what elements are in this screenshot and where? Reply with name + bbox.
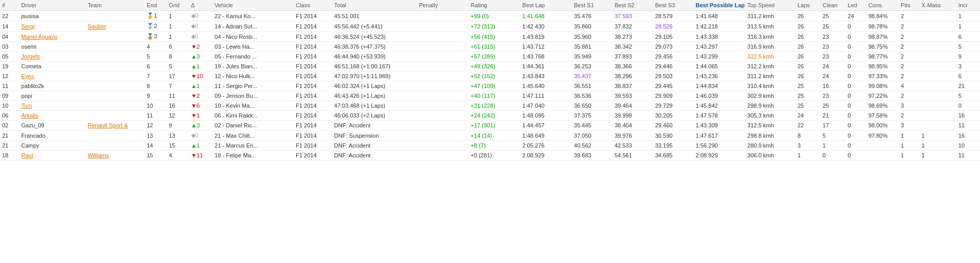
cell-pits: 1 xyxy=(899,151,919,160)
header-num: # xyxy=(0,0,19,11)
cell-num: 10 xyxy=(0,101,19,111)
cell-driver: Arkalis xyxy=(19,111,85,121)
cell-s1: 35.960 xyxy=(572,32,612,42)
cell-team xyxy=(85,130,145,141)
cell-xmass xyxy=(919,91,956,101)
cell-s2: 39.464 xyxy=(612,101,653,111)
cell-cons: 97.22% xyxy=(866,91,899,101)
driver-link[interactable]: Tom xyxy=(21,103,32,109)
cell-laps: 8 xyxy=(796,130,820,141)
cell-vehicle: 21 - Marcus Eri... xyxy=(212,141,294,151)
cell-xmass xyxy=(919,62,956,71)
cell-laps: 25 xyxy=(796,101,820,111)
table-row: 12 Eyes 7 17 ▼10 12 - Nico Hulk... F1 20… xyxy=(0,71,980,81)
cell-driver: Sergi xyxy=(19,21,85,32)
delta-down-icon: ▼6 xyxy=(191,103,200,109)
cell-rating: +72 (312) xyxy=(469,21,521,32)
cell-bestlap: 1:43.843 xyxy=(520,71,572,81)
cell-class: F1 2014 xyxy=(294,71,332,81)
cell-clean: 24 xyxy=(820,71,845,81)
cell-driver: Cometa xyxy=(19,62,85,71)
driver-link[interactable]: Raul xyxy=(21,152,33,158)
driver-link[interactable]: Arkalis xyxy=(21,112,38,119)
cell-cons: 99.08% xyxy=(866,81,899,91)
cell-led: 0 xyxy=(846,141,867,151)
cell-laps: 24 xyxy=(796,111,820,121)
cell-team xyxy=(85,141,145,151)
cell-team xyxy=(85,101,145,111)
delta-down-icon: ▼2 xyxy=(191,93,200,99)
cell-class: F1 2014 xyxy=(294,32,332,42)
cell-num: 21 xyxy=(0,130,19,141)
cell-rating: +17 (301) xyxy=(469,121,521,130)
cell-penalty xyxy=(417,101,469,111)
table-row: 03 osemi 4 6 ▼2 03 - Lewis Ha... F1 2014… xyxy=(0,42,980,52)
cell-xmass xyxy=(919,121,956,130)
cell-pits: 2 xyxy=(899,52,919,62)
team-link[interactable]: Williams xyxy=(88,152,109,158)
cell-num: 04 xyxy=(0,32,19,42)
delta-neutral-icon: ◆0 xyxy=(191,23,198,29)
driver-link[interactable]: Manel Aguayo xyxy=(21,34,57,40)
medal-icon: 🥈 xyxy=(147,23,154,29)
driver-link[interactable]: Eyes xyxy=(21,73,34,79)
cell-bpl: 1:41.648 xyxy=(694,11,745,21)
header-tspeed: Top Speed xyxy=(745,0,796,11)
cell-driver: jsusisa xyxy=(19,11,85,21)
delta-down-icon: ▼11 xyxy=(191,152,203,158)
cell-team xyxy=(85,32,145,42)
team-link[interactable]: Renault Sport & xyxy=(88,122,128,128)
driver-name: popi xyxy=(21,93,32,99)
cell-penalty xyxy=(417,42,469,52)
header-s2: Best S2 xyxy=(612,0,653,11)
cell-led: 0 xyxy=(846,21,867,32)
cell-bpl: 1:47.578 xyxy=(694,111,745,121)
cell-penalty xyxy=(417,11,469,21)
cell-tspeed: 313.5 kmh xyxy=(745,21,796,32)
cell-cons: 98.84% xyxy=(866,11,899,21)
cell-s2: 39.998 xyxy=(612,111,653,121)
cell-s1: 37.375 xyxy=(572,111,612,121)
cell-delta: ▲3 xyxy=(189,121,213,130)
driver-link[interactable]: Jorgefs xyxy=(21,53,40,60)
cell-tspeed: 311.2 kmh xyxy=(745,71,796,81)
cell-cons: 97.80% xyxy=(866,130,899,141)
cell-delta: ▲1 xyxy=(189,62,213,71)
cell-penalty xyxy=(417,52,469,62)
cell-inci: 6 xyxy=(956,71,980,81)
cell-cons: 98.95% xyxy=(866,62,899,71)
cell-total: 46:06.033 (+2 Laps) xyxy=(332,111,417,121)
cell-rating: +61 (315) xyxy=(469,42,521,52)
driver-name: Cometa xyxy=(21,63,41,69)
cell-end: 4 xyxy=(145,42,167,52)
cell-penalty xyxy=(417,111,469,121)
cell-end: 11 xyxy=(145,111,167,121)
cell-num: 06 xyxy=(0,111,19,121)
driver-name: Campy xyxy=(21,142,39,149)
cell-clean: 23 xyxy=(820,32,845,42)
cell-cons: 98.69% xyxy=(866,101,899,111)
cell-s3: 33.195 xyxy=(653,141,694,151)
driver-link[interactable]: Sergi xyxy=(21,23,35,30)
cell-class: F1 2014 xyxy=(294,42,332,52)
cell-laps: 26 xyxy=(796,11,820,21)
cell-delta: ◆0 xyxy=(189,130,213,141)
cell-end: 🥈2 xyxy=(145,21,167,32)
cell-driver: Campy xyxy=(19,141,85,151)
cell-team xyxy=(85,111,145,121)
team-link[interactable]: Sauber xyxy=(88,23,106,30)
cell-vehicle: 22 - Kamui Ko... xyxy=(212,11,294,21)
table-row: 21 Campy 14 15 ▲1 21 - Marcus Eri... F1 … xyxy=(0,141,980,151)
cell-s1: 39.683 xyxy=(572,151,612,160)
cell-s1: 36.536 xyxy=(572,91,612,101)
table-row: 06 Arkalis 11 12 ▼1 06 - Kimi Raikk... F… xyxy=(0,111,980,121)
cell-bpl: 1:42.218 xyxy=(694,21,745,32)
cell-end: 🥉3 xyxy=(145,32,167,42)
cell-delta: ▼10 xyxy=(189,71,213,81)
cell-s2: 37.893 xyxy=(612,52,653,62)
cell-inci: 16 xyxy=(956,130,980,141)
header-pits: Pits xyxy=(899,0,919,11)
cell-end: 8 xyxy=(145,81,167,91)
cell-num: 19 xyxy=(0,62,19,71)
cell-bpl: 1:43.309 xyxy=(694,121,745,130)
